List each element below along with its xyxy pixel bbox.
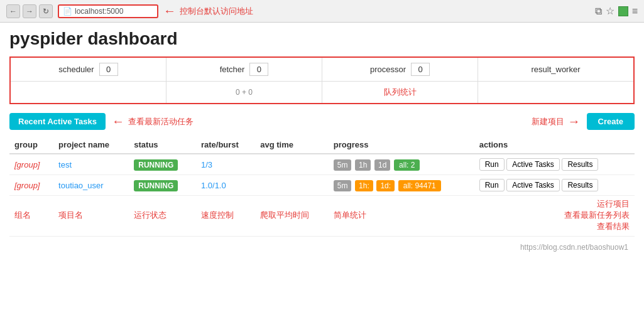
address-annotation-text: 控制台默认访问地址 [180,6,253,17]
progress-all-badge: all: 2 [394,159,420,171]
ann-group: 组名 [9,196,53,237]
task-table: group project name status rate/burst avg… [9,136,635,237]
progress-5m-badge: 5m [334,159,352,171]
page-content: pyspider dashboard scheduler 0 fetcher 0… [0,23,644,258]
fetcher-cell: fetcher 0 [166,58,322,81]
table-row: [group] test RUNNING 1/3 5m 1h 1d all: 2… [9,154,635,175]
create-button[interactable]: Create [587,113,635,130]
processor-label: processor [370,65,406,74]
th-actions: actions [474,136,635,154]
ann-progress: 简单统计 [329,196,474,237]
ann-avg: 爬取平均时间 [255,196,329,237]
left-arrow-icon: ← [163,4,176,18]
progress-1h-badge: 1h: [355,180,373,191]
project-link[interactable]: toutiao_user [58,181,104,190]
cell-rate-burst: 1/3 [196,154,255,175]
page-icon: 📄 [63,7,72,16]
cell-group: [group] [9,154,53,175]
toolbar-left: Recent Active Tasks ← 查看最新活动任务 [9,113,194,130]
ann-project: 项目名 [53,196,129,237]
queue-cell: 队列统计 [322,82,478,103]
cell-group: [group] [9,175,53,196]
active-tasks-button[interactable]: Active Tasks [506,158,559,171]
cell-progress: 5m 1h 1d all: 2 [329,154,474,175]
stats-row-sub: 0 + 0 队列统计 [11,82,633,103]
header-row: group project name status rate/burst avg… [9,136,635,154]
run-button[interactable]: Run [479,158,505,171]
active-tasks-button[interactable]: Active Tasks [506,179,559,191]
results-button[interactable]: Results [562,158,598,171]
ann-rate: 速度控制 [196,196,255,237]
stats-row-main: scheduler 0 fetcher 0 processor 0 result… [11,58,633,82]
group-link[interactable]: [group] [14,181,40,190]
task-tbody: [group] test RUNNING 1/3 5m 1h 1d all: 2… [9,154,635,237]
recent-annotation-text: 查看最新活动任务 [128,116,194,127]
table-row: [group] toutiao_user RUNNING 1.0/1.0 5m … [9,175,635,196]
ann-status: 运行状态 [129,196,196,237]
address-bar[interactable]: 📄 localhost:5000 [58,4,158,18]
ann-actions: 运行项目 查看最新任务列表 查看结果 [474,196,635,237]
cell-actions: Run Active Tasks Results [474,154,635,175]
stats-box: scheduler 0 fetcher 0 processor 0 result… [9,56,635,104]
toolbar-right: 新建项目 → Create [532,113,635,130]
scheduler-label: scheduler [58,65,94,74]
group-link[interactable]: [group] [14,160,40,169]
star-icon[interactable]: ☆ [606,5,614,17]
nav-buttons[interactable]: ← → ↻ [6,4,53,18]
create-annotation-text: 新建项目 [532,116,564,127]
annotation-row: 组名 项目名 运行状态 速度控制 爬取平均时间 简单统计 运行项目 查看最新任务… [9,196,635,237]
progress-1h-badge: 1h [355,159,371,171]
back-button[interactable]: ← [6,4,20,18]
cell-progress: 5m 1h: 1d: all: 94471 [329,175,474,196]
sum-cell: 0 + 0 [166,82,322,103]
status-badge: RUNNING [134,159,178,171]
cell-project-name: test [53,154,129,175]
rate-link[interactable]: 1/3 [201,160,212,169]
th-group: group [9,136,53,154]
toolbar: Recent Active Tasks ← 查看最新活动任务 新建项目 → Cr… [9,113,635,130]
th-progress: progress [329,136,474,154]
progress-1d-badge: 1d: [376,180,395,191]
spacer-cell-2 [478,82,633,103]
result-worker-cell: result_worker [478,58,633,81]
browser-actions: ⧉ ☆ ≡ [595,5,638,17]
footer-note: https://blog.csdn.net/baoshuow1 [9,243,635,252]
copy-icon[interactable]: ⧉ [595,6,602,17]
run-button[interactable]: Run [479,179,505,191]
progress-all-badge: all: 94471 [398,180,441,191]
th-status: status [129,136,196,154]
cell-status: RUNNING [129,154,196,175]
cell-status: RUNNING [129,175,196,196]
progress-5m-badge: 5m [334,180,352,191]
scheduler-value: 0 [99,63,118,76]
project-link[interactable]: test [58,160,72,169]
recent-active-tasks-button[interactable]: Recent Active Tasks [9,113,106,130]
queue-label: 队列统计 [384,87,417,98]
sum-value: 0 + 0 [236,88,253,97]
cell-avg-time [255,175,329,196]
address-text[interactable]: localhost:5000 [75,7,123,16]
browser-chrome: ← → ↻ 📄 localhost:5000 ← 控制台默认访问地址 ⧉ ☆ ≡ [0,0,644,23]
create-arrow-icon: → [568,114,581,129]
fetcher-value: 0 [249,63,268,76]
cell-avg-time [255,154,329,175]
cell-rate-burst: 1.0/1.0 [196,175,255,196]
results-button[interactable]: Results [562,179,598,191]
recent-annotation: ← 查看最新活动任务 [112,114,194,129]
th-rate-burst: rate/burst [196,136,255,154]
result-worker-label: result_worker [531,65,580,74]
refresh-button[interactable]: ↻ [39,4,53,18]
status-badge: RUNNING [134,180,178,191]
th-project-name: project name [53,136,129,154]
processor-cell: processor 0 [322,58,478,81]
cell-actions: Run Active Tasks Results [474,175,635,196]
spacer-cell-1 [11,82,166,103]
address-annotation-area: ← 控制台默认访问地址 [163,4,590,18]
rate-link[interactable]: 1.0/1.0 [201,181,226,190]
recent-arrow-icon: ← [112,114,124,129]
th-avg-time: avg time [255,136,329,154]
menu-icon[interactable]: ≡ [632,6,638,17]
table-header: group project name status rate/burst avg… [9,136,635,154]
cell-project-name: toutiao_user [53,175,129,196]
forward-button[interactable]: → [23,4,36,18]
